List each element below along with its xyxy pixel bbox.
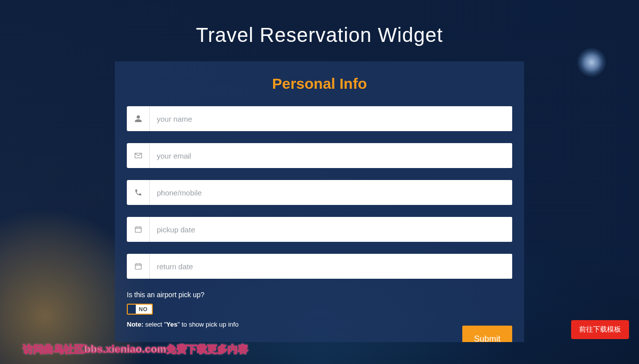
phone-icon	[127, 180, 150, 205]
calendar-icon	[127, 254, 150, 279]
svg-rect-0	[135, 227, 141, 232]
download-template-button[interactable]: 前往下载模板	[571, 320, 629, 339]
page-title: Travel Reservation Widget	[0, 0, 639, 61]
email-field-group	[127, 143, 512, 168]
note-text-2: " to show pick up info	[177, 321, 238, 328]
submit-button-container: Submit	[462, 326, 512, 342]
name-field-group	[127, 106, 512, 131]
pickup-date-input[interactable]	[150, 217, 512, 242]
user-icon	[127, 106, 150, 131]
watermark-text: 访问曲鸟社区bbs.xieniao.com免费下载更多内容	[23, 343, 248, 356]
reservation-panel: Personal Info Is this an airport pick up…	[115, 61, 524, 342]
email-input[interactable]	[150, 143, 512, 168]
return-date-input[interactable]	[150, 254, 512, 279]
svg-rect-1	[135, 264, 141, 269]
airport-pickup-toggle[interactable]: NO	[127, 304, 153, 315]
note-text-1: select "	[143, 321, 166, 328]
phone-field-group	[127, 180, 512, 205]
calendar-icon	[127, 217, 150, 242]
name-input[interactable]	[150, 106, 512, 131]
note-prefix: Note:	[127, 321, 143, 328]
panel-title: Personal Info	[127, 75, 512, 92]
note-yes: Yes	[166, 321, 177, 328]
toggle-state-label: NO	[136, 306, 152, 312]
submit-button[interactable]: Submit	[462, 326, 512, 342]
airport-note: Note: select "Yes" to show pick up info	[127, 321, 512, 328]
envelope-icon	[127, 143, 150, 168]
return-date-field-group	[127, 254, 512, 279]
pickup-date-field-group	[127, 217, 512, 242]
airport-question-label: Is this an airport pick up?	[127, 291, 512, 299]
phone-input[interactable]	[150, 180, 512, 205]
toggle-knob	[128, 305, 136, 314]
